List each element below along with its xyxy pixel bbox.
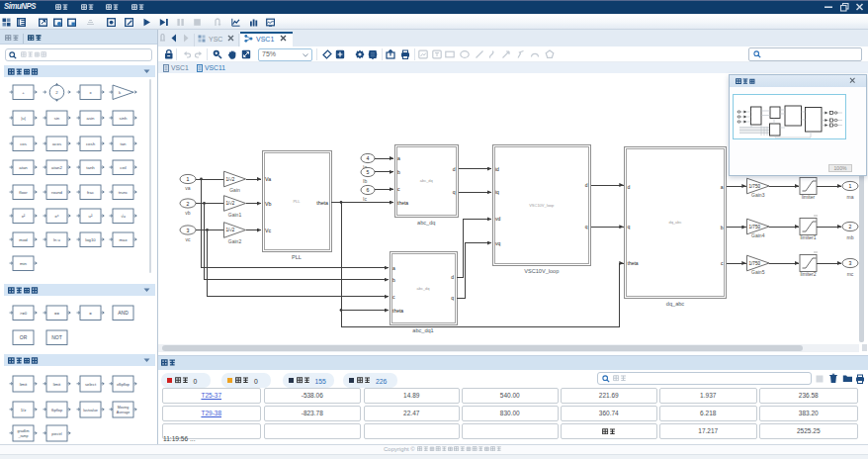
svg-text:trunc: trunc (119, 190, 129, 195)
svg-text:Gain4: Gain4 (751, 232, 765, 238)
svg-text:abc_dq: abc_dq (417, 220, 435, 226)
svg-text:1/750: 1/750 (749, 184, 761, 189)
svg-text:VSC10V_loop: VSC10V_loop (524, 268, 559, 274)
svg-text:2: 2 (187, 201, 190, 207)
svg-text:vd: vd (495, 216, 501, 222)
svg-text:mb: mb (847, 234, 854, 240)
svg-text:Ib: Ib (363, 178, 367, 184)
svg-text:a: a (721, 184, 724, 190)
svg-text:Gain5: Gain5 (751, 269, 765, 275)
svg-text:3: 3 (187, 228, 190, 233)
svg-text:gradlim: gradlim (17, 429, 29, 433)
svg-text:1: 1 (849, 183, 852, 189)
svg-text:1/√2: 1/√2 (226, 177, 235, 182)
svg-text:abc_dq: abc_dq (416, 286, 429, 291)
svg-text:q: q (628, 224, 631, 230)
svg-text:atan2: atan2 (51, 165, 62, 170)
svg-text:1/750: 1/750 (749, 261, 761, 266)
svg-text:flipflop: flipflop (50, 407, 61, 412)
svg-text:NOT: NOT (51, 334, 62, 340)
svg-text:max: max (120, 237, 129, 242)
svg-text:vc: vc (186, 236, 192, 242)
svg-text:q: q (451, 295, 454, 301)
svg-text:b: b (721, 225, 724, 230)
svg-text:ma: ma (847, 194, 854, 200)
svg-text:PLL: PLL (293, 199, 301, 204)
svg-text:q: q (585, 224, 588, 230)
svg-text:Ic: Ic (363, 196, 367, 202)
svg-text:Vc: Vc (265, 228, 272, 233)
svg-text:d: d (585, 182, 588, 188)
svg-text:1: 1 (187, 176, 190, 182)
svg-text:Gain2: Gain2 (228, 238, 242, 244)
svg-text:frac: frac (86, 190, 94, 195)
svg-text:round: round (51, 190, 63, 195)
svg-text:ceil: ceil (120, 165, 126, 170)
svg-text:theta: theta (397, 200, 408, 206)
svg-text:b: b (392, 277, 395, 283)
svg-text:vq: vq (495, 240, 501, 246)
svg-text:limit: limit (19, 382, 27, 387)
svg-text:Gain: Gain (229, 187, 240, 193)
svg-text:limiter: limiter (802, 194, 816, 200)
svg-text:√u: √u (121, 214, 126, 219)
svg-text:vb: vb (185, 210, 191, 216)
svg-text:mc: mc (847, 271, 854, 277)
svg-text:5: 5 (367, 169, 370, 175)
svg-text:|u|: |u| (21, 116, 26, 121)
svg-text:6: 6 (367, 187, 370, 193)
svg-text:AND: AND (118, 310, 129, 316)
svg-text:piectrl: piectrl (51, 431, 62, 436)
svg-text:select: select (84, 382, 96, 387)
svg-text:lastvalue: lastvalue (83, 408, 98, 412)
svg-text:floor: floor (19, 190, 28, 195)
svg-text:==: == (53, 311, 59, 316)
svg-text:d: d (453, 166, 456, 172)
svg-text:tan: tan (121, 141, 128, 146)
svg-text:sin: sin (53, 116, 59, 121)
svg-text:xflipflop: xflipflop (117, 383, 130, 387)
svg-text:atan: atan (19, 165, 28, 170)
svg-text:Va: Va (265, 176, 271, 182)
svg-text:1/√2: 1/√2 (226, 228, 235, 232)
svg-text:4: 4 (367, 155, 370, 161)
svg-text:_ramp: _ramp (17, 434, 28, 438)
svg-text:q: q (453, 189, 456, 195)
svg-text:tanh: tanh (86, 165, 95, 170)
svg-text:mod: mod (19, 237, 28, 242)
svg-text:d: d (451, 274, 454, 280)
svg-text:1/z: 1/z (20, 407, 26, 412)
svg-text:a: a (392, 265, 395, 271)
svg-text:a: a (397, 155, 400, 161)
svg-text:Vb: Vb (265, 201, 272, 207)
svg-text:2: 2 (849, 224, 852, 230)
svg-text:limiter2: limiter2 (800, 271, 816, 277)
svg-text:log10: log10 (85, 237, 96, 242)
svg-text:dq_abc: dq_abc (666, 301, 685, 307)
svg-text:theta: theta (392, 308, 403, 314)
svg-text:PLL: PLL (292, 254, 302, 260)
svg-text:u²: u² (88, 214, 92, 219)
svg-text:min: min (20, 261, 28, 266)
svg-text:d: d (628, 184, 631, 190)
svg-text:Average: Average (117, 410, 130, 413)
svg-text:acos: acos (51, 141, 60, 146)
svg-text:3: 3 (849, 260, 852, 266)
svg-text:limiter1: limiter1 (800, 234, 816, 240)
svg-text:eˣ: eˣ (54, 214, 58, 219)
svg-text:cos: cos (20, 141, 27, 146)
svg-text:id: id (495, 166, 499, 172)
svg-text:iq: iq (495, 189, 499, 195)
svg-text:va: va (185, 185, 191, 191)
svg-text:dq_abc: dq_abc (668, 220, 681, 225)
svg-text:limit: limit (52, 382, 60, 387)
svg-text:1/750: 1/750 (749, 225, 761, 230)
svg-text:asin: asin (86, 116, 94, 121)
svg-text:VSC10V_loop: VSC10V_loop (529, 203, 555, 208)
svg-text:ln u: ln u (53, 237, 61, 242)
svg-text:Gain1: Gain1 (228, 212, 242, 218)
svg-text:abc_dq1: abc_dq1 (412, 327, 433, 333)
svg-text:sinh: sinh (120, 116, 128, 121)
svg-text:Moving: Moving (118, 406, 130, 410)
svg-text:OR: OR (19, 334, 27, 340)
